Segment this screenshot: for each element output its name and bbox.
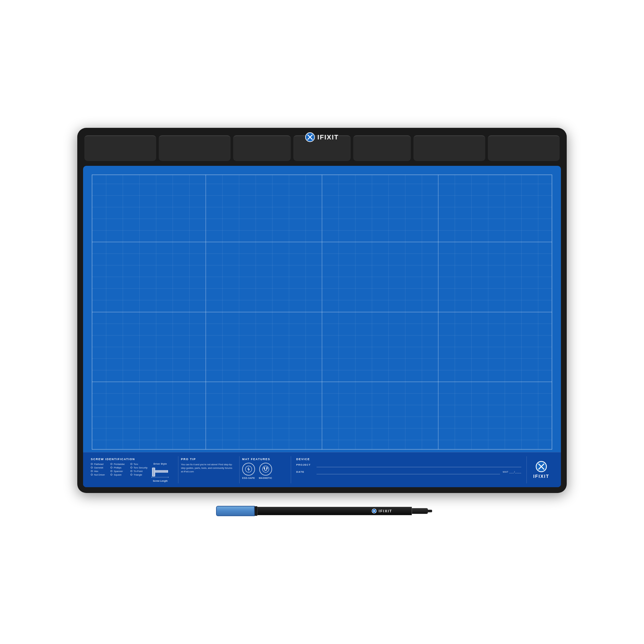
- marker-connector: [255, 506, 257, 516]
- tray-slot-6: [413, 135, 485, 161]
- ifixit-logo-bar: IFIXIT: [527, 456, 556, 483]
- screw-dot: [110, 463, 112, 465]
- screw-dot: [91, 463, 93, 465]
- screw-dot: [130, 463, 132, 465]
- mat-label: MAT ___/____: [503, 470, 521, 473]
- date-line: [317, 470, 500, 474]
- mat-features-section: MAT FEATURES ESD-SAFE: [240, 456, 291, 483]
- esd-safe-label: ESD-SAFE: [242, 477, 255, 479]
- screw-dot: [91, 470, 93, 472]
- screw-item-nut-driver: Nut Driver: [91, 473, 108, 476]
- marker-cap: [216, 506, 255, 516]
- features-icons: ESD-SAFE: [242, 463, 286, 479]
- svg-rect-73: [264, 467, 265, 469]
- marker: IFIXIT: [216, 506, 428, 516]
- magnetic-icon: [259, 463, 272, 476]
- screw-item-torx-security: Torx Security: [130, 466, 147, 469]
- marker-tip-section: [412, 508, 428, 514]
- screw-item-pentalobe: Pentalobe: [110, 463, 128, 466]
- esd-safe-icon: [242, 463, 255, 476]
- svg-marker-68: [151, 477, 152, 478]
- top-tray: IFIXIT: [83, 134, 561, 163]
- esd-safe-feature: ESD-SAFE: [242, 463, 255, 479]
- marker-logo-icon: [372, 508, 377, 514]
- svg-rect-57: [155, 470, 168, 473]
- magnetic-label: MAGNETIC: [259, 477, 272, 479]
- project-label: PROJECT: [296, 463, 314, 466]
- pro-tip-text: You can fix it and you're not alone! Fin…: [181, 463, 234, 474]
- mat-features-title: MAT FEATURES: [242, 458, 286, 461]
- screw-item-torx: Torx: [130, 463, 147, 466]
- device-title: DEVICE: [296, 458, 521, 461]
- ifixit-bar-icon: [535, 461, 547, 472]
- tray-slot-5: [353, 135, 411, 161]
- marker-wrap: IFIXIT: [216, 506, 428, 516]
- svg-point-72: [262, 466, 269, 472]
- screw-length-label: Screw Length: [153, 480, 168, 482]
- tray-slot-1: [84, 135, 156, 161]
- work-mat: IFIXIT: [77, 128, 567, 493]
- date-label: DATE: [296, 470, 314, 473]
- screw-item-hex: Hex: [91, 470, 108, 473]
- screw-item-tri-point: Tri-Point: [130, 470, 147, 473]
- tray-logo-text: IFIXIT: [317, 134, 339, 141]
- pro-tip-title: PRO TIP: [181, 458, 234, 461]
- device-section: DEVICE PROJECT DATE MAT ___/____: [291, 456, 527, 483]
- tray-slot-3: [233, 135, 291, 161]
- mat-inner: SCREW IDENTIFICATION Flathead Pentalobe: [83, 166, 561, 487]
- marker-body-logo: IFIXIT: [372, 508, 392, 514]
- marker-body: IFIXIT: [257, 507, 412, 515]
- screw-dot: [130, 474, 132, 476]
- screw-item-flathead: Flathead: [91, 463, 108, 466]
- screw-identification-section: SCREW IDENTIFICATION Flathead Pentalobe: [88, 456, 178, 483]
- screw-item-square: Square: [110, 473, 128, 476]
- screw-dot: [91, 474, 93, 476]
- mat-field: MAT ___/____: [503, 470, 521, 473]
- screw-item-spanner: Spanner: [110, 470, 128, 473]
- tray-slot-2: [159, 135, 231, 161]
- screw-dot: [91, 467, 93, 469]
- screw-dot: [110, 474, 112, 476]
- drive-style-label: Drive Style: [154, 463, 167, 465]
- tray-slot-7: [488, 135, 560, 161]
- magnetic-feature: MAGNETIC: [259, 463, 272, 479]
- svg-rect-74: [266, 467, 268, 469]
- screw-item-phillips: Phillips: [110, 466, 128, 469]
- screw-item-gamebit: Gamebit: [91, 466, 108, 469]
- ifixit-logo-icon: [305, 132, 315, 142]
- screw-dot: [110, 467, 112, 469]
- date-mat-field: DATE MAT ___/____: [296, 470, 521, 474]
- project-line: [317, 463, 521, 467]
- ifixit-bar-text: IFIXIT: [533, 474, 549, 479]
- screw-illustration: [151, 466, 169, 479]
- grid-area: [83, 166, 561, 452]
- grid-svg: [90, 172, 554, 452]
- marker-brand-text: IFIXIT: [379, 509, 392, 513]
- screw-dot: [110, 470, 112, 472]
- info-bar: SCREW IDENTIFICATION Flathead Pentalobe: [83, 452, 561, 487]
- pro-tip-section: PRO TIP You can fix it and you're not al…: [178, 456, 240, 483]
- screw-id-grid: Flathead Pentalobe Torx: [91, 463, 147, 476]
- project-field: PROJECT: [296, 463, 521, 467]
- screw-id-title: SCREW IDENTIFICATION: [91, 458, 173, 461]
- device-fields: PROJECT DATE MAT ___/____: [296, 463, 521, 474]
- screw-dot: [130, 467, 132, 469]
- screw-dot: [130, 470, 132, 472]
- svg-marker-69: [168, 477, 169, 478]
- scene: IFIXIT: [77, 128, 567, 516]
- svg-marker-71: [247, 467, 250, 472]
- marker-tip: [426, 510, 432, 512]
- screw-item-triangle: Triangle: [130, 473, 147, 476]
- tray-logo: IFIXIT: [305, 132, 339, 142]
